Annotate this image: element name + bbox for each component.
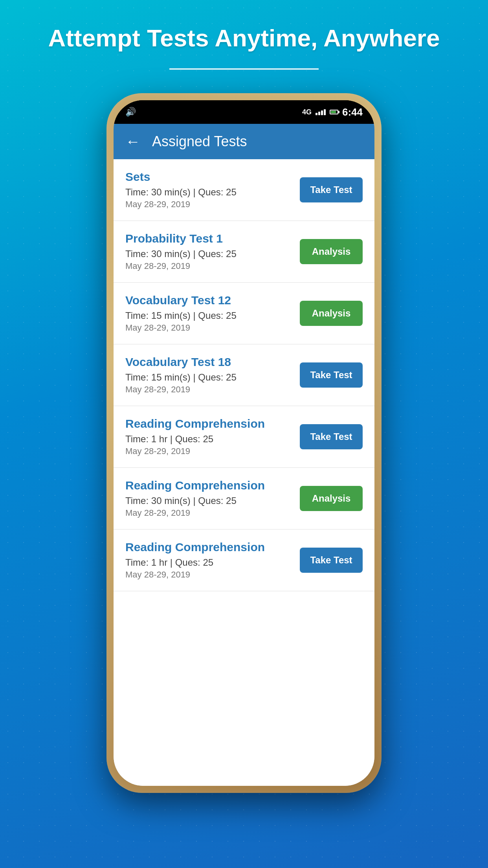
test-name: Vocabulary Test 18 [125,355,292,369]
test-date: May 28-29, 2019 [125,508,292,518]
test-date: May 28-29, 2019 [125,323,292,333]
test-details: Time: 1 hr | Ques: 25 [125,434,292,445]
test-info: Vocabulary Test 12Time: 15 min(s) | Ques… [125,294,292,333]
test-info: SetsTime: 30 min(s) | Ques: 25May 28-29,… [125,170,292,210]
analysis-button[interactable]: Analysis [300,239,363,264]
test-item: Reading ComprehensionTime: 1 hr | Ques: … [114,406,374,468]
test-item: SetsTime: 30 min(s) | Ques: 25May 28-29,… [114,159,374,221]
test-name: Vocabulary Test 12 [125,294,292,307]
app-content: ← Assigned Tests SetsTime: 30 min(s) | Q… [114,124,374,786]
test-item: Reading ComprehensionTime: 1 hr | Ques: … [114,530,374,591]
phone-inner: 🔊 4G 6:44 [114,100,374,786]
take-test-button[interactable]: Take Test [300,177,363,202]
test-date: May 28-29, 2019 [125,446,292,456]
test-info: Reading ComprehensionTime: 1 hr | Ques: … [125,541,292,580]
speaker-icon: 🔊 [125,107,136,117]
header-title: Attempt Tests Anytime, Anywhere [25,24,464,53]
test-details: Time: 30 min(s) | Ques: 25 [125,495,292,506]
test-item: Reading ComprehensionTime: 30 min(s) | Q… [114,468,374,530]
test-date: May 28-29, 2019 [125,261,292,271]
status-bar-notch [205,100,283,116]
analysis-button[interactable]: Analysis [300,301,363,326]
test-date: May 28-29, 2019 [125,199,292,210]
phone-mockup: 🔊 4G 6:44 [106,93,382,793]
phone-outer: 🔊 4G 6:44 [106,93,382,793]
test-name: Probability Test 1 [125,232,292,245]
test-details: Time: 15 min(s) | Ques: 25 [125,372,292,383]
test-date: May 28-29, 2019 [125,384,292,395]
test-item: Vocabulary Test 18Time: 15 min(s) | Ques… [114,344,374,406]
test-name: Reading Comprehension [125,417,292,430]
analysis-button[interactable]: Analysis [300,486,363,511]
take-test-button[interactable]: Take Test [300,424,363,449]
take-test-button[interactable]: Take Test [300,362,363,388]
status-time: 6:44 [342,106,363,118]
test-info: Vocabulary Test 18Time: 15 min(s) | Ques… [125,355,292,395]
test-details: Time: 30 min(s) | Ques: 25 [125,187,292,198]
test-item: Vocabulary Test 12Time: 15 min(s) | Ques… [114,283,374,344]
test-date: May 28-29, 2019 [125,570,292,580]
test-info: Reading ComprehensionTime: 1 hr | Ques: … [125,417,292,456]
take-test-button[interactable]: Take Test [300,548,363,573]
test-info: Probability Test 1Time: 30 min(s) | Ques… [125,232,292,271]
header-divider [169,68,319,70]
test-details: Time: 15 min(s) | Ques: 25 [125,310,292,321]
test-details: Time: 30 min(s) | Ques: 25 [125,248,292,259]
test-details: Time: 1 hr | Ques: 25 [125,557,292,568]
test-list: SetsTime: 30 min(s) | Ques: 25May 28-29,… [114,159,374,786]
signal-bars [316,109,326,115]
network-icon: 4G [302,108,312,116]
battery-icon [330,110,338,114]
nav-bar: ← Assigned Tests [114,124,374,159]
test-name: Reading Comprehension [125,541,292,554]
test-name: Reading Comprehension [125,479,292,492]
nav-title: Assigned Tests [152,133,247,150]
test-name: Sets [125,170,292,184]
test-item: Probability Test 1Time: 30 min(s) | Ques… [114,221,374,283]
status-bar: 🔊 4G 6:44 [114,100,374,124]
test-info: Reading ComprehensionTime: 30 min(s) | Q… [125,479,292,518]
back-button[interactable]: ← [125,133,140,150]
